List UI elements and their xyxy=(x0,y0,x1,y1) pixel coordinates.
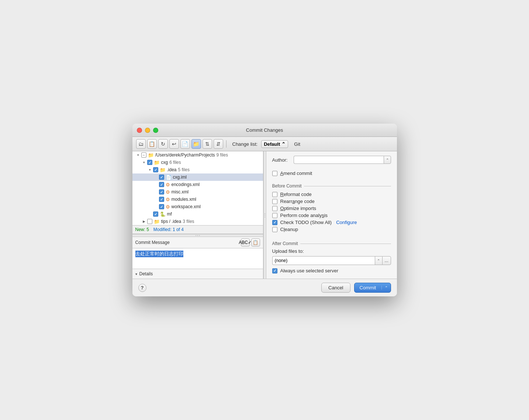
show-diff-btn[interactable]: 🗂 xyxy=(136,139,146,149)
optimize-checkbox[interactable] xyxy=(272,206,277,211)
cleanup-checkbox[interactable] xyxy=(272,227,277,232)
before-commit-section: Before Commit Reformat code Rearrange co… xyxy=(272,183,391,233)
upload-label: Upload files to: xyxy=(272,248,304,254)
tree-tips-idea[interactable]: ▶ 📁 tips / .idea 3 files xyxy=(132,218,263,225)
cxg-checkbox[interactable] xyxy=(147,160,152,165)
root-folder-icon: 📁 xyxy=(148,152,154,158)
misc-label: misc.xml xyxy=(172,189,189,194)
workspace-checkbox[interactable] xyxy=(159,204,164,209)
cleanup-row: Cleanup xyxy=(272,226,391,233)
idea-checkbox[interactable] xyxy=(153,167,158,172)
cxg-iml-label: cxg.iml xyxy=(173,175,187,180)
configure-link[interactable]: Configure xyxy=(336,220,357,225)
minimize-button[interactable] xyxy=(145,128,150,133)
refresh-btn[interactable]: ↻ xyxy=(158,139,168,149)
cleanup-label: Cleanup xyxy=(280,227,298,232)
todo-checkbox[interactable] xyxy=(272,220,277,225)
help-icon: ? xyxy=(141,285,144,290)
tree-modules-xml[interactable]: ⚙ modules.xml xyxy=(132,196,263,203)
cxg-iml-arrow-spacer xyxy=(153,174,159,180)
author-dropdown-btn[interactable]: ⌃ xyxy=(384,156,391,164)
details-arrow-icon: ▾ xyxy=(135,272,137,276)
help-button[interactable]: ? xyxy=(138,284,146,292)
optimize-label: Optimize imports xyxy=(280,206,317,211)
commit-changes-window: Commit Changes 🗂 📋 ↻ ↩ 📄 📁 ⇅ ⇵ Change li… xyxy=(132,124,397,296)
tree-workspace-xml[interactable]: ⚙ workspace.xml xyxy=(132,203,263,210)
vertical-resize-handle[interactable] xyxy=(132,234,263,237)
show-modified-btn[interactable]: 📋 xyxy=(147,139,157,149)
always-use-checkbox[interactable] xyxy=(272,268,277,273)
maximize-button[interactable] xyxy=(153,128,158,133)
tree-misc-xml[interactable]: ⚙ misc.xml xyxy=(132,188,263,196)
cancel-button[interactable]: Cancel xyxy=(321,283,350,293)
show-changes-icon: 📄 xyxy=(182,141,188,147)
tree-idea[interactable]: ▾ 📁 .idea 5 files xyxy=(132,166,263,173)
expand-all-btn[interactable]: ⇅ xyxy=(203,139,212,149)
commit-message-header: Commit Message ABC✓ 📋 xyxy=(132,237,263,248)
cxg-arrow-icon: ▾ xyxy=(141,159,147,165)
recent-messages-btn[interactable]: 📋 xyxy=(251,238,260,247)
cxg-iml-checkbox[interactable] xyxy=(159,175,164,180)
footer-left: ? xyxy=(138,284,146,292)
file-tree: ▾ 📁 /Users/derek/PycharmProjects 9 files… xyxy=(132,151,263,225)
horizontal-resize-handle[interactable] xyxy=(263,151,266,279)
expand-all-icon: ⇅ xyxy=(205,141,210,147)
reformat-label: Reformat code xyxy=(280,192,312,197)
always-use-row: Always use selected server xyxy=(272,267,391,274)
revert-icon: ↩ xyxy=(172,141,176,147)
author-row: Author: ⌃ xyxy=(272,156,391,164)
amend-checkbox[interactable] xyxy=(272,171,277,176)
mf-checkbox[interactable] xyxy=(153,211,158,217)
tips-checkbox[interactable] xyxy=(147,219,152,224)
idea-folder-icon: 📁 xyxy=(160,167,166,173)
collapse-all-icon: ⇵ xyxy=(216,141,221,147)
tree-mf[interactable]: 🐍 mf xyxy=(132,210,263,218)
analysis-label: Perform code analysis xyxy=(280,213,328,218)
details-header[interactable]: ▾ Details xyxy=(132,269,263,279)
close-button[interactable] xyxy=(137,128,142,133)
misc-checkbox[interactable] xyxy=(159,189,164,194)
modules-checkbox[interactable] xyxy=(159,197,164,202)
encodings-label: encodings.xml xyxy=(172,182,200,187)
collapse-all-btn[interactable]: ⇵ xyxy=(214,139,223,149)
modules-xml-icon: ⚙ xyxy=(166,197,170,202)
misc-xml-icon: ⚙ xyxy=(166,189,170,195)
reformat-checkbox[interactable] xyxy=(272,192,277,197)
spell-check-btn[interactable]: ABC✓ xyxy=(241,238,250,247)
after-commit-section: After Commit Upload files to: ⌃ ... xyxy=(272,241,391,274)
view-mode-btn[interactable]: 📁 xyxy=(191,139,201,149)
analysis-row: Perform code analysis xyxy=(272,212,391,219)
workspace-xml-icon: ⚙ xyxy=(166,204,170,210)
mf-file-icon: 🐍 xyxy=(160,211,166,217)
upload-select-arrow-btn[interactable]: ⌃ xyxy=(375,256,382,265)
always-use-label: Always use selected server xyxy=(280,268,339,273)
details-section: ▾ Details xyxy=(132,269,263,279)
rearrange-checkbox[interactable] xyxy=(272,199,277,204)
todo-row: Check TODO (Show All) Configure xyxy=(272,219,391,226)
tree-cxg[interactable]: ▾ 📁 cxg 6 files xyxy=(132,159,263,166)
commit-button[interactable]: Commit ⌃ xyxy=(354,283,391,293)
tree-root[interactable]: ▾ 📁 /Users/derek/PycharmProjects 9 files xyxy=(132,151,263,159)
tree-cxg-iml[interactable]: 📄 cxg.iml xyxy=(132,173,263,181)
root-checkbox[interactable] xyxy=(141,152,146,158)
window-title: Commit Changes xyxy=(246,127,283,133)
spell-check-icon: ABC✓ xyxy=(239,240,252,245)
encodings-checkbox[interactable] xyxy=(159,182,164,187)
revert-btn[interactable]: ↩ xyxy=(169,139,179,149)
tips-label: tips / .idea xyxy=(161,219,181,224)
amend-row: Amend commit xyxy=(272,171,391,176)
changelist-select[interactable]: Default ⌃ xyxy=(261,140,288,148)
after-commit-title: After Commit xyxy=(272,241,298,246)
commit-message-textarea[interactable]: 去处正常时的日志打印 xyxy=(132,248,263,269)
show-diff-icon: 🗂 xyxy=(138,141,144,147)
tree-encodings-xml[interactable]: ⚙ encodings.xml xyxy=(132,181,263,188)
upload-more-btn[interactable]: ... xyxy=(382,256,391,265)
rearrange-label: Rearrange code xyxy=(280,199,315,204)
reformat-row: Reformat code xyxy=(272,191,391,198)
refresh-icon: ↻ xyxy=(161,141,165,147)
upload-select[interactable] xyxy=(272,256,375,265)
analysis-checkbox[interactable] xyxy=(272,213,277,218)
show-changes-btn[interactable]: 📄 xyxy=(180,139,190,149)
author-input[interactable] xyxy=(294,156,384,164)
git-menu[interactable]: Git xyxy=(294,141,300,147)
